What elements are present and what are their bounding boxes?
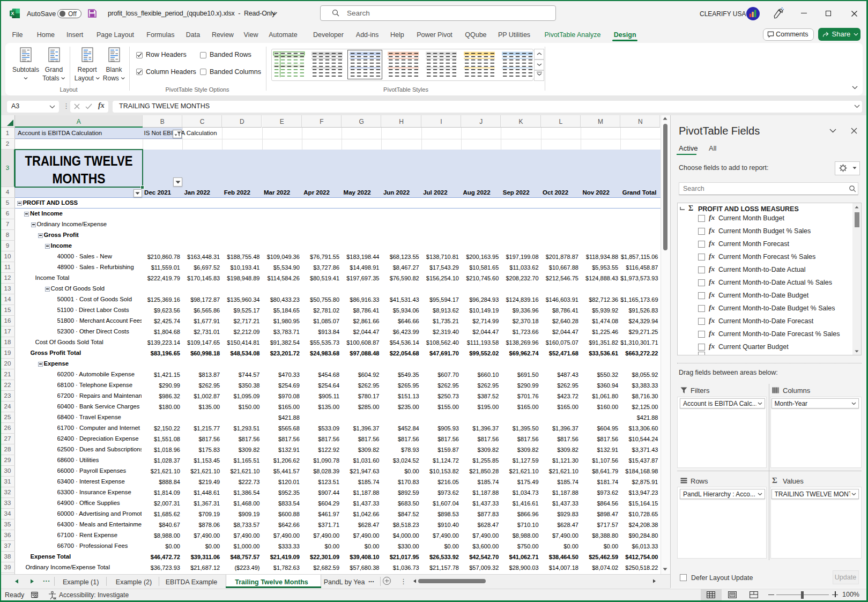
svg-text:X: X [11,11,14,16]
